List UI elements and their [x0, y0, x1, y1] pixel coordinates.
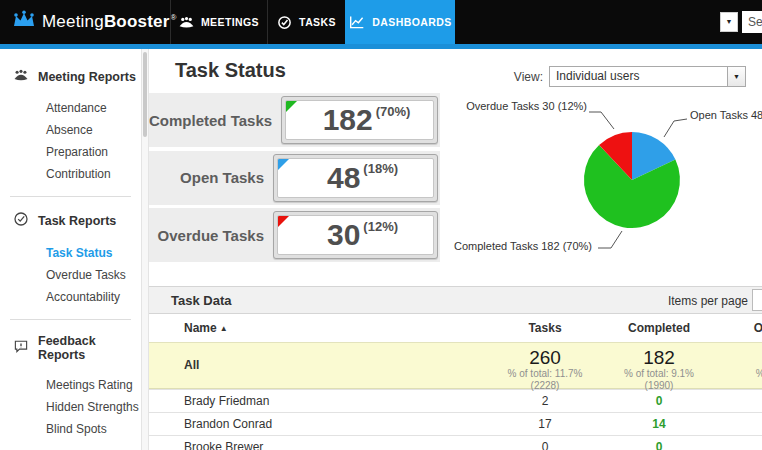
sidebar-item-task-status[interactable]: Task Status: [0, 242, 141, 264]
tab-meetings-label: MEETINGS: [201, 16, 259, 28]
cell-tasks: 17: [479, 417, 611, 431]
items-per-page-select[interactable]: [752, 289, 762, 311]
red-corner-marker: [278, 216, 289, 227]
completed-total-subnote2: (1990): [611, 380, 707, 393]
line-chart-icon: [349, 15, 365, 29]
column-header-overdue[interactable]: Overdue: [707, 321, 762, 335]
sidebar-section-feedback-reports[interactable]: Feedback Reports: [0, 334, 141, 362]
people-icon: [179, 16, 194, 29]
stat-card-overdue: 30 (12%): [273, 211, 438, 259]
sidebar-item-blind-spots[interactable]: Blind Spots: [0, 418, 141, 440]
cell-completed: 14: [611, 417, 707, 431]
stat-label: Completed Tasks: [149, 112, 281, 129]
task-data-panel-header: Task Data Items per page: [149, 286, 762, 314]
stat-value: 48: [327, 163, 360, 193]
stat-label: Overdue Tasks: [149, 227, 273, 244]
stats-column: Completed Tasks 182 (70%) Open Tasks: [149, 93, 440, 262]
sidebar-item-overdue-tasks[interactable]: Overdue Tasks: [0, 264, 141, 286]
main-content: Task Status View: Individual users ▼ Com…: [149, 49, 762, 450]
column-header-completed[interactable]: Completed: [611, 321, 707, 335]
table-row[interactable]: Brandon Conrad 17 14: [149, 412, 762, 435]
cell-completed: 0: [611, 394, 707, 408]
speech-bubble-icon: [13, 339, 29, 357]
stat-percent: (12%): [363, 219, 398, 234]
stats-and-chart: Completed Tasks 182 (70%) Open Tasks: [149, 93, 762, 262]
search-scope-dropdown[interactable]: ▼: [720, 12, 738, 32]
sidebar-scrollbar[interactable]: [141, 49, 149, 450]
sidebar-item-hidden-strengths[interactable]: Hidden Strengths: [0, 396, 141, 418]
leader-line-completed: [598, 231, 622, 248]
sidebar-item-accountability[interactable]: Accountability: [0, 286, 141, 308]
blue-corner-marker: [278, 159, 289, 170]
check-circle-icon: [13, 211, 29, 230]
stat-value: 182: [323, 105, 373, 135]
sidebar-section-meeting-reports[interactable]: Meeting Reports: [0, 69, 141, 85]
chevron-down-icon: ▼: [726, 18, 733, 25]
cell-completed-total: 182 % of total: 9.1% (1990): [611, 348, 707, 393]
view-label: View:: [514, 70, 543, 84]
tasks-total-value: 260: [479, 348, 611, 368]
stat-overdue-tasks: Overdue Tasks 30 (12%): [149, 208, 440, 262]
brand-logo[interactable]: MeetingBooster®: [12, 0, 177, 44]
completed-total-value: 182: [611, 348, 707, 368]
stat-completed-tasks: Completed Tasks 182 (70%): [149, 93, 440, 147]
view-control: View: Individual users ▼: [514, 66, 746, 87]
primary-tabs: MEETINGS TASKS DASHBOARDS: [170, 0, 455, 44]
tab-dashboards[interactable]: DASHBOARDS: [345, 0, 455, 44]
sidebar-item-preparation[interactable]: Preparation: [0, 141, 141, 163]
tasks-total-subnote2: (2228): [479, 380, 611, 393]
cell-tasks: 2: [479, 394, 611, 408]
sidebar-item-attendance[interactable]: Attendance: [0, 97, 141, 119]
sidebar-section-title: Feedback Reports: [38, 334, 141, 362]
search-input[interactable]: [742, 11, 762, 33]
sidebar-section-title: Meeting Reports: [38, 70, 136, 84]
scrollbar-thumb[interactable]: [143, 52, 147, 137]
column-header-name[interactable]: Name▲: [149, 321, 479, 335]
view-dropdown[interactable]: Individual users: [549, 66, 728, 87]
main-header: Task Status View: Individual users ▼: [149, 49, 762, 93]
tab-tasks[interactable]: TASKS: [267, 0, 345, 44]
cell-name: Brandon Conrad: [149, 417, 479, 431]
table-row-all[interactable]: All 260 % of total: 11.7% (2228) 182 % o…: [149, 342, 762, 389]
sidebar-section-task-reports[interactable]: Task Reports: [0, 211, 141, 230]
stat-card-completed: 182 (70%): [281, 96, 438, 144]
page-title: Task Status: [175, 59, 286, 82]
chevron-down-icon: ▼: [733, 73, 740, 80]
tab-tasks-label: TASKS: [299, 16, 336, 28]
sidebar-divider: [10, 319, 131, 320]
leader-line-overdue: [589, 112, 614, 129]
sidebar-item-meetings-rating[interactable]: Meetings Rating: [0, 374, 141, 396]
stat-percent: (70%): [376, 104, 411, 119]
cell-name: All: [149, 348, 479, 372]
tab-meetings[interactable]: MEETINGS: [170, 0, 267, 44]
top-navbar: MeetingBooster® MEETINGS TASKS: [0, 0, 762, 44]
crown-icon: [12, 10, 36, 34]
brand-name: MeetingBooster®: [42, 12, 177, 32]
cell-overdue-total: 30 % of total:: [707, 348, 762, 380]
app-window: MeetingBooster® MEETINGS TASKS: [0, 0, 762, 450]
stat-open-tasks: Open Tasks 48 (18%): [149, 151, 440, 205]
stat-card-open: 48 (18%): [273, 154, 438, 202]
sidebar-section-title: Task Reports: [38, 214, 116, 228]
green-corner-marker: [286, 101, 297, 112]
stat-percent: (18%): [363, 161, 398, 176]
accent-strip: [0, 44, 762, 49]
panel-title: Task Data: [171, 293, 231, 308]
people-icon: [13, 69, 29, 85]
view-dropdown-arrow[interactable]: ▼: [728, 66, 746, 87]
check-circle-icon: [277, 15, 292, 30]
tab-dashboards-label: DASHBOARDS: [372, 16, 451, 28]
cell-tasks: 0: [479, 440, 611, 450]
column-header-tasks[interactable]: Tasks: [479, 321, 611, 335]
cell-name: Brady Friedman: [149, 394, 479, 408]
sidebar: Meeting Reports Attendance Absence Prepa…: [0, 49, 141, 450]
cell-tasks-total: 260 % of total: 11.7% (2228): [479, 348, 611, 393]
overdue-total-value: 30: [707, 348, 762, 368]
sidebar-item-absence[interactable]: Absence: [0, 119, 141, 141]
pie-label-completed: Completed Tasks 182 (70%): [440, 240, 592, 252]
table-row[interactable]: Brooke Brewer 0 0: [149, 435, 762, 450]
sidebar-item-contribution[interactable]: Contribution: [0, 163, 141, 185]
leader-line-open: [664, 119, 687, 137]
overdue-total-subnote: % of total:: [707, 368, 762, 381]
items-per-page-label: Items per page: [668, 294, 748, 308]
